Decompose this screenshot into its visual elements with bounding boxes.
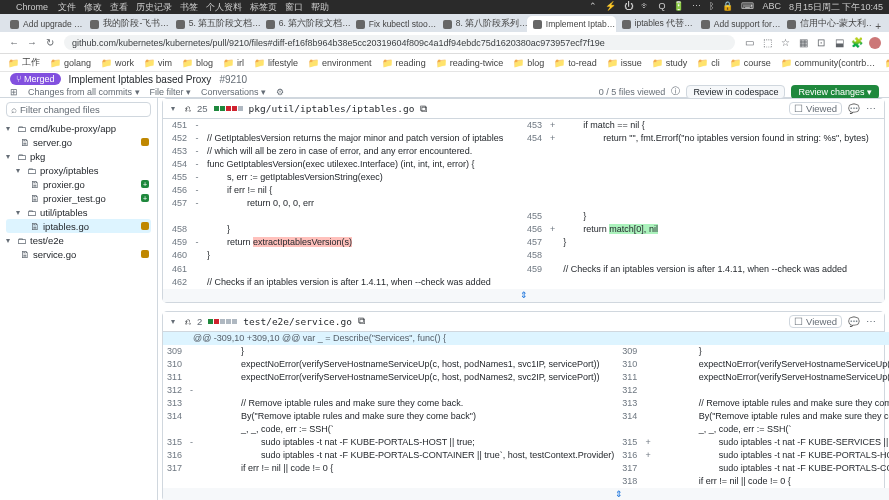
mac-menu-item[interactable]: 标签页 [250, 2, 277, 12]
bookmark-item[interactable]: golang [50, 58, 91, 68]
tree-file[interactable]: 🗎server.go [6, 135, 151, 149]
status-item[interactable]: ⌃ [589, 1, 597, 14]
diff-line[interactable]: 312- 312 [163, 384, 889, 397]
expand-hunk[interactable]: ⇕ [163, 488, 889, 500]
diff-line[interactable]: 455- s, err := getIptablesVersionString(… [163, 171, 884, 184]
comment-icon[interactable]: 💬 [848, 103, 860, 114]
bookmark-item[interactable]: irl [223, 58, 244, 68]
status-item[interactable]: ᛒ [709, 1, 714, 14]
address-bar[interactable]: github.com/kubernetes/kubernetes/pull/92… [64, 35, 735, 50]
tree-folder[interactable]: ▾🗀test/e2e [6, 233, 151, 247]
browser-tab[interactable]: 6. 第六阶段文档…× [260, 16, 350, 32]
status-item[interactable]: 🔋 [673, 1, 684, 14]
mac-menus[interactable]: 文件修改查看历史记录书签个人资料标签页窗口帮助 [58, 1, 337, 14]
tree-folder[interactable]: ▾🗀cmd/kube-proxy/app [6, 121, 151, 135]
status-item[interactable]: ᯤ [641, 1, 650, 14]
diff-line[interactable]: 460} 458 [163, 249, 884, 262]
info-icon[interactable]: ⓘ [671, 85, 680, 98]
app-name[interactable]: Chrome [16, 2, 48, 12]
extension-icon[interactable]: ⬚ [761, 37, 773, 49]
copy-icon[interactable]: ⧉ [420, 103, 427, 115]
chevron-down-icon[interactable]: ▾ [171, 317, 179, 326]
bookmark-item[interactable]: 工作 [8, 56, 40, 69]
kebab-icon[interactable]: ⋯ [866, 103, 876, 114]
bookmark-item[interactable]: reading-twice [436, 58, 504, 68]
bookmark-item[interactable]: vim [144, 58, 172, 68]
back-icon[interactable]: ← [8, 37, 20, 49]
bookmark-item[interactable]: cli [697, 58, 720, 68]
review-changes-button[interactable]: Review changes ▾ [791, 85, 879, 99]
status-item[interactable]: 🔒 [722, 1, 733, 14]
file-filter-dropdown[interactable]: File filter ▾ [150, 87, 192, 97]
bookmark-item[interactable]: reading [382, 58, 426, 68]
bookmark-item[interactable]: course [730, 58, 771, 68]
bookmark-item[interactable]: Vue.js 3 HTTP & A… [885, 58, 889, 68]
review-codespace-button[interactable]: Review in codespace [686, 85, 785, 99]
diff-line[interactable]: 316 sudo iptables -t nat -F KUBE-PORTALS… [163, 449, 889, 462]
tree-file[interactable]: 🗎service.go [6, 247, 151, 261]
browser-tab[interactable]: 8. 第八阶段系列…× [437, 16, 527, 32]
diff-line[interactable]: 455 } [163, 210, 884, 223]
changes-from-dropdown[interactable]: Changes from all commits ▾ [28, 87, 140, 97]
extension-icon[interactable]: ⬓ [833, 37, 845, 49]
mac-menu-item[interactable]: 修改 [84, 2, 102, 12]
browser-tab[interactable]: 信用中心-蒙大利…× [781, 16, 871, 32]
tree-folder[interactable]: ▾🗀pkg [6, 149, 151, 163]
diff-line[interactable]: 315- sudo iptables -t nat -F KUBE-PORTAL… [163, 436, 889, 449]
status-item[interactable]: ⌨ [741, 1, 754, 14]
file-path[interactable]: test/e2e/service.go [243, 316, 352, 327]
diff-line[interactable]: 317 if err != nil || code != 0 { 317 sud… [163, 462, 889, 475]
viewed-checkbox[interactable]: ☐Viewed [789, 102, 842, 115]
status-item[interactable]: ⏻ [624, 1, 633, 14]
bookmark-item[interactable]: blog [182, 58, 213, 68]
kebab-icon[interactable]: ⋯ [866, 316, 876, 327]
extensions-icon[interactable]: 🧩 [851, 37, 863, 49]
browser-tab[interactable]: Implement Iptab…× [527, 16, 616, 32]
extension-icon[interactable]: ▭ [743, 37, 755, 49]
reload-icon[interactable]: ↻ [44, 37, 56, 49]
bookmark-item[interactable]: blog [513, 58, 544, 68]
expand-hunk[interactable]: ⇕ [163, 289, 884, 302]
diff-line[interactable]: 454-func GetIptablesVersion(exec utilexe… [163, 158, 884, 171]
mac-menu-item[interactable]: 个人资料 [206, 2, 242, 12]
diff-line[interactable]: 459- return extractIptablesVersion(s) 45… [163, 236, 884, 249]
mac-menu-item[interactable]: 查看 [110, 2, 128, 12]
file-header[interactable]: ▾ ⎌ 25 pkg/util/iptables/iptables.go ⧉ ☐… [163, 99, 884, 119]
browser-tab[interactable]: 我的阶段-飞书…× [84, 16, 169, 32]
bookmark-item[interactable]: community(contrb… [781, 58, 876, 68]
tree-folder[interactable]: ▾🗀proxy/iptables [6, 163, 151, 177]
browser-tab[interactable]: iptables 代替…× [616, 16, 695, 32]
status-item[interactable]: ABC [762, 1, 781, 14]
browser-tab[interactable]: Fix kubectl stoo…× [350, 16, 437, 32]
mac-menu-item[interactable]: 书签 [180, 2, 198, 12]
file-path[interactable]: pkg/util/iptables/iptables.go [249, 103, 415, 114]
hunk-header[interactable]: @@ -309,10 +309,10 @@ var _ = Describe("… [163, 332, 889, 345]
extension-icon[interactable]: ⊡ [815, 37, 827, 49]
diff-line[interactable]: 311 expectNoError(verifyServeHostnameSer… [163, 371, 889, 384]
diff-line[interactable]: 452-// GetIptablesVersion returns the ma… [163, 132, 884, 145]
file-header[interactable]: ▾ ⎌ 2 test/e2e/service.go ⧉ ☐Viewed 💬 ⋯ [163, 312, 884, 332]
mac-menu-item[interactable]: 文件 [58, 2, 76, 12]
browser-tab[interactable]: Add support for…× [695, 16, 781, 32]
diff-line[interactable]: 461 459// Checks if an iptables version … [163, 263, 884, 276]
diff-line[interactable]: 310 expectNoError(verifyServeHostnameSer… [163, 358, 889, 371]
diff-line[interactable]: 313 // Remove iptable rules and make sur… [163, 397, 889, 410]
forward-icon[interactable]: → [26, 37, 38, 49]
mac-menu-item[interactable]: 历史记录 [136, 2, 172, 12]
tree-folder[interactable]: ▾🗀util/iptables [6, 205, 151, 219]
bookmark-item[interactable]: work [101, 58, 134, 68]
chevron-down-icon[interactable]: ▾ [171, 104, 179, 113]
mac-menu-item[interactable]: 窗口 [285, 2, 303, 12]
diff-line[interactable]: 462// Checks if an iptables version is a… [163, 276, 884, 289]
browser-tab[interactable]: 5. 第五阶段文档…× [170, 16, 260, 32]
profile-avatar[interactable] [869, 37, 881, 49]
diff-line[interactable]: 453-// which will all be zero in case of… [163, 145, 884, 158]
bookmark-item[interactable]: issue [607, 58, 642, 68]
bookmark-item[interactable]: lifestyle [254, 58, 298, 68]
tree-file[interactable]: 🗎proxier_test.go+ [6, 191, 151, 205]
diff-line[interactable]: 457- return 0, 0, 0, err [163, 197, 884, 210]
viewed-checkbox[interactable]: ☐Viewed [789, 315, 842, 328]
browser-tab[interactable]: Add upgrade …× [4, 16, 84, 32]
bookmark-item[interactable]: study [652, 58, 688, 68]
diff-line[interactable]: 318 if err != nil || code != 0 { [163, 475, 889, 488]
